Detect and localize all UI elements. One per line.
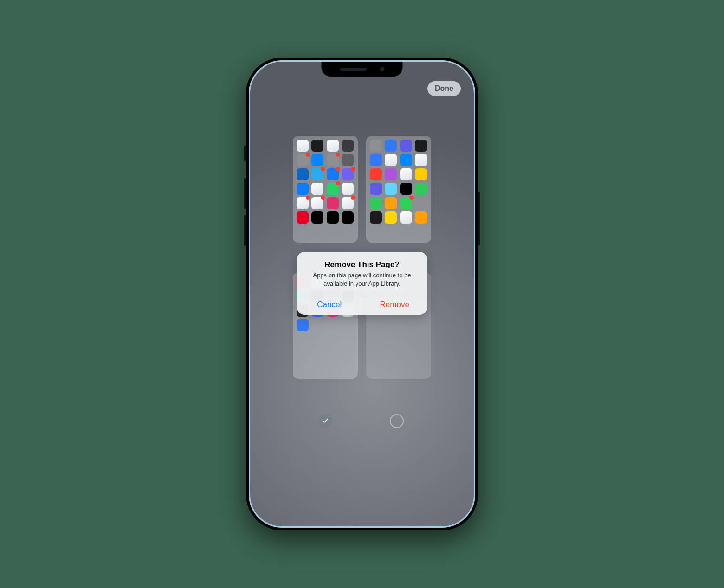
page-unselected-indicator[interactable] — [390, 414, 404, 428]
app-icon-appstore[interactable] — [311, 154, 323, 166]
app-icon-telegram[interactable] — [311, 168, 323, 180]
remove-button[interactable]: Remove — [362, 294, 427, 315]
app-icon-app-blue[interactable] — [385, 183, 397, 195]
mute-switch[interactable] — [244, 146, 246, 161]
app-icon-bolt[interactable] — [415, 183, 427, 195]
notch — [322, 62, 403, 77]
app-icon-mono[interactable] — [311, 211, 323, 224]
app-icon-viber[interactable] — [342, 168, 354, 180]
app-icon-photos[interactable] — [327, 140, 339, 152]
page-selected-indicator[interactable] — [318, 414, 332, 428]
app-icon-whatsapp[interactable] — [327, 183, 339, 195]
app-icon-linkedin[interactable] — [297, 168, 309, 180]
app-icon-boltfood[interactable] — [370, 197, 382, 209]
app-icon-pinterest[interactable] — [297, 211, 309, 224]
app-icon-app-purple[interactable] — [385, 168, 397, 180]
app-icon-app-multi[interactable] — [415, 211, 427, 224]
volume-down-button[interactable] — [244, 215, 246, 246]
app-icon-calendar[interactable] — [297, 140, 309, 152]
front-camera — [380, 67, 384, 71]
app-icon-app-indigo[interactable] — [370, 183, 382, 195]
alert-title: Remove This Page? — [304, 260, 420, 269]
app-icon-youtube[interactable] — [342, 197, 354, 209]
app-icon-app-orange[interactable] — [385, 197, 397, 209]
app-icon-app-white[interactable] — [400, 211, 412, 224]
app-icon-mail[interactable] — [297, 319, 309, 331]
app-icon-slack[interactable] — [311, 197, 323, 209]
page-thumbnail[interactable] — [293, 136, 358, 264]
app-icon-app-yellow[interactable] — [385, 211, 397, 224]
app-icon-camera[interactable] — [342, 140, 354, 152]
app-icon-messenger[interactable] — [297, 183, 309, 195]
app-icon-uber[interactable] — [327, 211, 339, 224]
power-button[interactable] — [478, 192, 480, 245]
volume-up-button[interactable] — [244, 178, 246, 209]
app-icon-diia[interactable] — [342, 211, 354, 224]
app-icon-files[interactable] — [370, 154, 382, 166]
app-icon-app-google[interactable] — [400, 168, 412, 180]
app-icon-app-dark[interactable] — [370, 211, 382, 224]
app-icon-instagram[interactable] — [327, 197, 339, 209]
screen: Done Remove This Page? Apps on this page… — [249, 60, 475, 528]
app-icon-screentime[interactable] — [342, 154, 354, 166]
app-icon-health[interactable] — [415, 154, 427, 166]
cancel-button[interactable]: Cancel — [297, 294, 362, 315]
page-thumbnail[interactable] — [366, 136, 431, 264]
page-card[interactable] — [366, 136, 431, 243]
app-icon-app-red[interactable] — [370, 168, 382, 180]
alert-message: Apps on this page will continue to be av… — [304, 271, 420, 288]
app-icon-safari[interactable] — [385, 154, 397, 166]
app-icon-contacts[interactable] — [297, 154, 309, 166]
app-icon-x-twitter[interactable] — [400, 183, 412, 195]
app-icon-googlemaps[interactable] — [342, 183, 354, 195]
phone-frame: Done Remove This Page? Apps on this page… — [246, 58, 478, 530]
app-icon-facebook[interactable] — [327, 168, 339, 180]
app-icon-drive[interactable] — [311, 183, 323, 195]
app-icon-settings[interactable] — [327, 154, 339, 166]
check-icon — [322, 417, 329, 425]
done-button[interactable]: Done — [427, 81, 461, 96]
app-icon-gmail[interactable] — [297, 197, 309, 209]
app-icon-clock[interactable] — [311, 140, 323, 152]
app-icon-shazam[interactable] — [400, 154, 412, 166]
speaker-grille — [340, 68, 367, 71]
page-card[interactable] — [293, 136, 358, 243]
remove-page-alert: Remove This Page? Apps on this page will… — [297, 252, 427, 315]
app-icon-fitness[interactable] — [415, 140, 427, 152]
app-icon-widget3[interactable] — [400, 140, 412, 152]
app-icon-widget2[interactable] — [385, 140, 397, 152]
app-icon-mcdonalds[interactable] — [415, 168, 427, 180]
app-icon-app-gray[interactable] — [415, 197, 427, 209]
app-icon-widget1[interactable] — [370, 140, 382, 152]
app-icon-app-green2[interactable] — [400, 197, 412, 209]
